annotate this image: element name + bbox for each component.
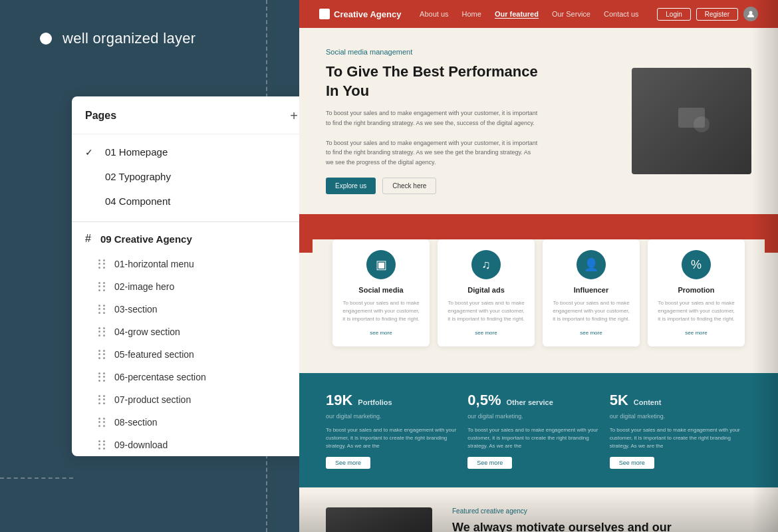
nav-link-service[interactable]: Our Service <box>552 10 590 18</box>
service-icon-social-media: ▣ <box>366 250 396 279</box>
hero-buttons: Explore us Check here <box>326 178 539 194</box>
subsection-horizontal-menu[interactable]: 01-horizontal menu <box>72 253 315 275</box>
subsection-section[interactable]: 03-section <box>72 298 315 321</box>
page-item-typography[interactable]: ✓ 02 Typography <box>72 164 315 189</box>
hero-explore-button[interactable]: Explore us <box>326 178 376 194</box>
service-link-influencer[interactable]: see more <box>580 330 602 336</box>
section-label: 09 Creative Agency <box>100 233 192 245</box>
subsection-label-grow-section: 04-grow section <box>114 327 180 337</box>
nav-link-featured[interactable]: Our featured <box>495 10 539 19</box>
featured-title: We always motivate ourselves and our <box>452 520 751 532</box>
service-card-social-media: ▣ Social media To boost your sales and t… <box>332 239 430 346</box>
hero-image <box>632 68 751 174</box>
stat-sub-content: our digital marketing. <box>610 413 751 420</box>
nav-link-contact[interactable]: Contact us <box>604 10 639 18</box>
subsection-label-download: 09-download <box>114 440 168 450</box>
subsection-label-section2: 08-section <box>114 417 158 428</box>
stat-sub-portfolios: our digital marketing. <box>326 413 467 420</box>
page-check-empty2: ✓ <box>85 196 96 207</box>
login-button[interactable]: Login <box>657 8 690 21</box>
page-item-component[interactable]: ✓ 04 Component <box>72 189 315 213</box>
section-hash-icon: # <box>85 233 91 245</box>
subsection-label-percentase-section: 06-percentase section <box>114 372 206 382</box>
service-desc-social-media: To boost your sales and to make engageme… <box>342 299 420 323</box>
header-tagline: well organized layer <box>63 30 195 47</box>
hero-title: To Give The Best Performance In You <box>326 63 539 100</box>
subsection-percentase-section[interactable]: 06-percentase section <box>72 366 315 388</box>
stat-number-other-service: 0,5% <box>467 392 501 409</box>
pages-header: Pages + <box>72 96 315 134</box>
drag-handle-icon-8 <box>98 418 106 427</box>
drag-handle-icon-9 <box>98 440 106 450</box>
stats-section: 19K Portfolios our digital marketing. To… <box>299 373 778 487</box>
site-nav-actions: Login Register <box>657 7 758 21</box>
service-link-social-media[interactable]: see more <box>370 330 392 336</box>
stat-btn-content[interactable]: See more <box>610 457 654 469</box>
pages-title: Pages <box>85 110 116 122</box>
subsection-label-image-hero: 02-image hero <box>114 281 174 292</box>
subsection-label-horizontal-menu: 01-horizontal menu <box>114 259 194 269</box>
service-link-digital-ads[interactable]: see more <box>475 330 497 336</box>
site-navbar: Creative Agency About us Home Our featur… <box>299 0 778 28</box>
service-icon-influencer: 👤 <box>577 250 606 279</box>
service-title-influencer: Influencer <box>574 286 609 294</box>
stat-desc-portfolios: To boost your sales and to make engageme… <box>326 426 467 450</box>
logo-text: Creative Agency <box>334 9 401 19</box>
svg-point-0 <box>749 11 752 15</box>
drag-handle-icon <box>98 259 106 269</box>
drag-handle-icon-4 <box>98 327 106 336</box>
site-logo: Creative Agency <box>319 9 401 19</box>
stat-number-content: 5K <box>610 392 628 409</box>
featured-tag: Featured creative agency <box>452 507 751 515</box>
service-card-promotion: % Promotion To boost your sales and to m… <box>648 239 745 346</box>
stat-sub-other-service: our digital marketing. <box>467 413 609 420</box>
register-button[interactable]: Register <box>696 8 738 21</box>
service-title-digital-ads: Digital ads <box>467 286 505 294</box>
section-header-creative-agency[interactable]: # 09 Creative Agency <box>72 225 315 253</box>
page-item-homepage[interactable]: ✓ 01 Homepage <box>72 140 315 164</box>
website-preview: Creative Agency About us Home Our featur… <box>299 0 778 532</box>
featured-image <box>326 507 432 532</box>
service-desc-influencer: To boost your sales and to make engageme… <box>552 299 630 323</box>
user-avatar <box>743 7 758 21</box>
site-nav-links: About us Home Our featured Our Service C… <box>420 10 638 19</box>
nav-link-about[interactable]: About us <box>420 10 448 18</box>
stat-desc-other-service: To boost your sales and to make engageme… <box>467 426 609 450</box>
nav-link-home[interactable]: Home <box>462 10 481 18</box>
drag-handle-icon-6 <box>98 372 106 382</box>
stat-number-portfolios: 19K <box>326 392 352 409</box>
subsection-product-section[interactable]: 07-product section <box>72 388 315 411</box>
stat-item-other-service: 0,5% Other service our digital marketing… <box>467 392 609 469</box>
service-title-social-media: Social media <box>358 286 403 294</box>
hero-image-inner <box>632 68 751 174</box>
drag-handle-icon-7 <box>98 395 106 404</box>
pages-list: ✓ 01 Homepage ✓ 02 Typography ✓ 04 Compo… <box>72 134 315 219</box>
stat-btn-portfolios[interactable]: See more <box>326 457 370 469</box>
hero-description-2: To boost your sales and to make engageme… <box>326 138 539 167</box>
site-hero-section: Social media management To Give The Best… <box>299 28 778 214</box>
stat-header-other-service: 0,5% Other service <box>467 392 609 409</box>
service-title-promotion: Promotion <box>678 286 715 294</box>
subsection-label-section: 03-section <box>114 304 158 315</box>
subsection-download[interactable]: 09-download <box>72 434 315 456</box>
stat-label-content: Content <box>634 398 662 406</box>
service-link-promotion[interactable]: see more <box>685 330 707 336</box>
dashed-horizontal-line <box>0 477 73 479</box>
page-check-icon: ✓ <box>85 147 96 158</box>
subsection-image-hero[interactable]: 02-image hero <box>72 275 315 298</box>
website-content: Creative Agency About us Home Our featur… <box>299 0 778 532</box>
stat-desc-content: To boost your sales and to make engageme… <box>610 426 751 450</box>
hero-check-button[interactable]: Check here <box>382 178 436 194</box>
service-icon-digital-ads: ♫ <box>471 250 501 279</box>
featured-section: Featured creative agency We always motiv… <box>299 487 778 532</box>
subsection-featured-section[interactable]: 05-featured section <box>72 343 315 366</box>
services-section: ▣ Social media To boost your sales and t… <box>299 253 778 373</box>
service-icon-promotion: % <box>682 250 711 279</box>
page-label-component: 04 Component <box>105 196 170 207</box>
stat-btn-other-service[interactable]: See more <box>467 457 512 469</box>
subsection-grow-section[interactable]: 04-grow section <box>72 321 315 343</box>
stat-item-portfolios: 19K Portfolios our digital marketing. To… <box>326 392 467 469</box>
subsection-section2[interactable]: 08-section <box>72 411 315 434</box>
page-label-typography: 02 Typography <box>105 171 171 182</box>
stat-header-content: 5K Content <box>610 392 751 409</box>
